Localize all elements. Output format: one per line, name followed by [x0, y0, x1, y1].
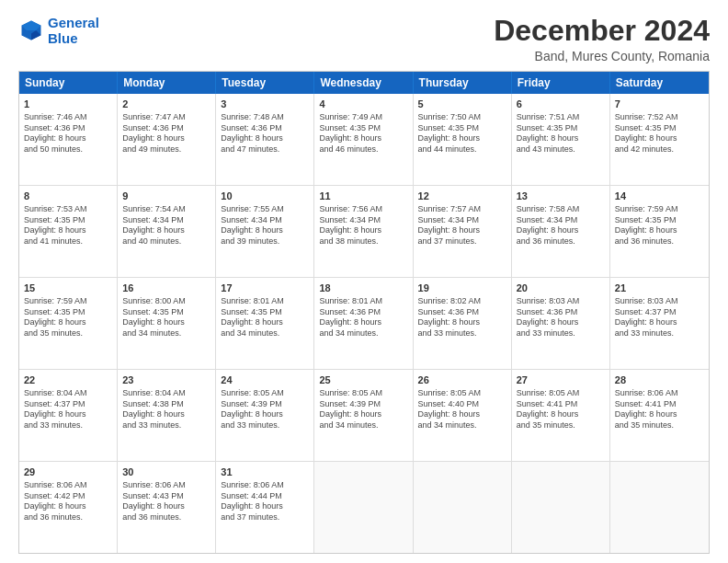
cell-line: Sunset: 4:35 PM — [418, 123, 506, 134]
calendar-body: 1Sunrise: 7:46 AMSunset: 4:36 PMDaylight… — [19, 94, 709, 553]
cell-line: Daylight: 8 hours — [122, 501, 210, 512]
cell-line: Daylight: 8 hours — [122, 225, 210, 236]
cell-line: and 43 minutes. — [517, 144, 605, 155]
cell-line: Daylight: 8 hours — [122, 317, 210, 328]
day-number: 13 — [517, 190, 605, 203]
day-cell-6: 6Sunrise: 7:51 AMSunset: 4:35 PMDaylight… — [512, 94, 610, 185]
cell-line: and 37 minutes. — [221, 512, 309, 523]
cell-line: Sunrise: 7:47 AM — [122, 112, 210, 123]
cell-line: Sunset: 4:34 PM — [122, 215, 210, 226]
cell-line: Daylight: 8 hours — [24, 501, 112, 512]
cell-line: Sunset: 4:35 PM — [319, 123, 407, 134]
cell-line: Sunrise: 8:01 AM — [319, 296, 407, 307]
cell-line: Daylight: 8 hours — [615, 317, 704, 328]
day-number: 28 — [615, 373, 704, 387]
day-cell-8: 8Sunrise: 7:53 AMSunset: 4:35 PMDaylight… — [19, 186, 118, 277]
calendar: SundayMondayTuesdayWednesdayThursdayFrid… — [18, 71, 710, 554]
cell-line: Sunrise: 7:59 AM — [615, 204, 704, 215]
cell-line: and 47 minutes. — [221, 144, 309, 155]
cell-line: and 34 minutes. — [122, 328, 210, 339]
day-cell-30: 30Sunrise: 8:06 AMSunset: 4:43 PMDayligh… — [118, 462, 216, 553]
cell-line: Daylight: 8 hours — [221, 225, 309, 236]
cell-line: Sunset: 4:40 PM — [418, 399, 506, 410]
cell-line: and 35 minutes. — [24, 328, 112, 339]
day-number: 20 — [517, 282, 605, 295]
cell-line: Sunset: 4:41 PM — [615, 399, 704, 410]
day-cell-10: 10Sunrise: 7:55 AMSunset: 4:34 PMDayligh… — [216, 186, 314, 277]
cell-line: Daylight: 8 hours — [418, 317, 506, 328]
cell-line: and 34 minutes. — [319, 420, 407, 431]
day-number: 27 — [517, 373, 605, 387]
cell-line: Sunrise: 8:04 AM — [122, 388, 210, 399]
cell-line: Daylight: 8 hours — [517, 225, 605, 236]
cell-line: Daylight: 8 hours — [517, 409, 605, 420]
day-number: 2 — [122, 98, 210, 111]
cell-line: and 36 minutes. — [517, 236, 605, 247]
cell-line: Sunset: 4:39 PM — [221, 399, 309, 410]
cell-line: Sunrise: 8:01 AM — [221, 296, 309, 307]
cell-line: Daylight: 8 hours — [24, 317, 112, 328]
cell-line: and 33 minutes. — [122, 420, 210, 431]
cell-line: Sunset: 4:35 PM — [517, 123, 605, 134]
cell-line: and 34 minutes. — [221, 328, 309, 339]
cell-line: and 39 minutes. — [221, 236, 309, 247]
cell-line: Sunset: 4:41 PM — [517, 399, 605, 410]
cell-line: and 41 minutes. — [24, 236, 112, 247]
cell-line: Sunset: 4:34 PM — [418, 215, 506, 226]
cell-line: Sunset: 4:36 PM — [24, 123, 112, 134]
week-row-1: 1Sunrise: 7:46 AMSunset: 4:36 PMDaylight… — [19, 94, 709, 186]
cell-line: Daylight: 8 hours — [615, 133, 704, 144]
day-number: 17 — [221, 282, 309, 295]
day-number: 1 — [24, 98, 112, 111]
cell-line: Daylight: 8 hours — [517, 317, 605, 328]
cell-line: Daylight: 8 hours — [221, 133, 309, 144]
cell-line: and 38 minutes. — [319, 236, 407, 247]
day-number: 16 — [122, 282, 210, 295]
cell-line: Daylight: 8 hours — [24, 409, 112, 420]
day-cell-2: 2Sunrise: 7:47 AMSunset: 4:36 PMDaylight… — [118, 94, 216, 185]
day-cell-1: 1Sunrise: 7:46 AMSunset: 4:36 PMDaylight… — [19, 94, 118, 185]
cell-line: Sunset: 4:35 PM — [615, 215, 704, 226]
main-title: December 2024 — [494, 15, 710, 47]
cell-line: Daylight: 8 hours — [517, 133, 605, 144]
day-cell-22: 22Sunrise: 8:04 AMSunset: 4:37 PMDayligh… — [19, 370, 118, 461]
cell-line: Daylight: 8 hours — [24, 225, 112, 236]
cell-line: Sunrise: 7:53 AM — [24, 204, 112, 215]
day-number: 24 — [221, 373, 309, 387]
cell-line: Sunrise: 7:59 AM — [24, 296, 112, 307]
cell-line: Sunrise: 7:48 AM — [221, 112, 309, 123]
day-header-tuesday: Tuesday — [216, 72, 314, 94]
empty-cell-4-6 — [610, 462, 709, 553]
cell-line: Sunset: 4:42 PM — [24, 491, 112, 502]
cell-line: Sunrise: 8:05 AM — [221, 388, 309, 399]
day-cell-16: 16Sunrise: 8:00 AMSunset: 4:35 PMDayligh… — [118, 278, 216, 369]
day-number: 22 — [24, 373, 112, 387]
cell-line: and 49 minutes. — [122, 144, 210, 155]
day-cell-19: 19Sunrise: 8:02 AMSunset: 4:36 PMDayligh… — [414, 278, 512, 369]
cell-line: Sunset: 4:37 PM — [24, 399, 112, 410]
page: General Blue December 2024 Band, Mures C… — [0, 0, 728, 563]
cell-line: Daylight: 8 hours — [221, 501, 309, 512]
cell-line: Sunrise: 8:06 AM — [221, 480, 309, 491]
logo: General Blue — [18, 15, 99, 47]
cell-line: Sunset: 4:35 PM — [221, 307, 309, 318]
cell-line: Daylight: 8 hours — [418, 225, 506, 236]
cell-line: Daylight: 8 hours — [418, 133, 506, 144]
day-cell-12: 12Sunrise: 7:57 AMSunset: 4:34 PMDayligh… — [414, 186, 512, 277]
day-cell-9: 9Sunrise: 7:54 AMSunset: 4:34 PMDaylight… — [118, 186, 216, 277]
day-cell-17: 17Sunrise: 8:01 AMSunset: 4:35 PMDayligh… — [216, 278, 314, 369]
empty-cell-4-4 — [414, 462, 512, 553]
day-number: 6 — [517, 98, 605, 111]
cell-line: and 33 minutes. — [517, 328, 605, 339]
cell-line: Sunrise: 8:05 AM — [319, 388, 407, 399]
cell-line: and 36 minutes. — [122, 512, 210, 523]
day-number: 31 — [221, 465, 309, 479]
empty-cell-4-5 — [512, 462, 610, 553]
day-cell-5: 5Sunrise: 7:50 AMSunset: 4:35 PMDaylight… — [414, 94, 512, 185]
cell-line: and 33 minutes. — [615, 328, 704, 339]
day-header-thursday: Thursday — [414, 72, 512, 94]
day-number: 8 — [24, 190, 112, 203]
header: General Blue December 2024 Band, Mures C… — [18, 15, 710, 63]
cell-line: Sunrise: 7:52 AM — [615, 112, 704, 123]
day-cell-14: 14Sunrise: 7:59 AMSunset: 4:35 PMDayligh… — [610, 186, 709, 277]
